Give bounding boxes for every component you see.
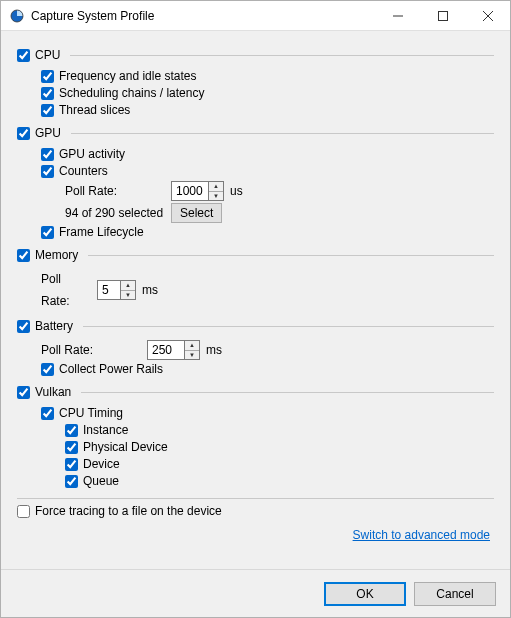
minimize-icon	[393, 11, 403, 21]
battery-rails-checkbox[interactable]: Collect Power Rails	[41, 361, 494, 378]
cpu-rule	[70, 55, 494, 56]
gpu-poll-spinner[interactable]: ▲ ▼	[171, 181, 224, 201]
gpu-select-row: 94 of 290 selected Select	[65, 202, 494, 224]
advanced-mode-link[interactable]: Switch to advanced mode	[353, 528, 490, 542]
cpu-sched-label: Scheduling chains / latency	[59, 85, 204, 102]
gpu-poll-spin-buttons[interactable]: ▲ ▼	[208, 182, 223, 200]
gpu-poll-input[interactable]	[172, 182, 208, 200]
gpu-label: GPU	[35, 125, 61, 142]
vulkan-checkbox[interactable]: Vulkan	[17, 384, 77, 401]
vulkan-section-head: Vulkan	[17, 384, 494, 401]
battery-poll-input[interactable]	[148, 341, 184, 359]
gpu-activity-input[interactable]	[41, 148, 54, 161]
battery-poll-row: Poll Rate: ▲ ▼ ms	[41, 339, 494, 361]
vulkan-device-input[interactable]	[65, 458, 78, 471]
vulkan-physical-label: Physical Device	[83, 439, 168, 456]
cpu-freq-input[interactable]	[41, 70, 54, 83]
cpu-label: CPU	[35, 47, 60, 64]
gpu-counters-label: Counters	[59, 163, 108, 180]
vulkan-cpu-timing-label: CPU Timing	[59, 405, 123, 422]
gpu-counters-input[interactable]	[41, 165, 54, 178]
battery-rails-label: Collect Power Rails	[59, 361, 163, 378]
cpu-slices-input[interactable]	[41, 104, 54, 117]
battery-rails-input[interactable]	[41, 363, 54, 376]
vulkan-physical-input[interactable]	[65, 441, 78, 454]
gpu-checkbox-input[interactable]	[17, 127, 30, 140]
close-button[interactable]	[465, 1, 510, 30]
cpu-checkbox-input[interactable]	[17, 49, 30, 62]
cpu-freq-checkbox[interactable]: Frequency and idle states	[41, 68, 494, 85]
maximize-button[interactable]	[420, 1, 465, 30]
battery-section-head: Battery	[17, 318, 494, 335]
vulkan-label: Vulkan	[35, 384, 71, 401]
memory-section-head: Memory	[17, 247, 494, 264]
vulkan-queue-checkbox[interactable]: Queue	[65, 473, 494, 490]
window-controls	[375, 1, 510, 30]
battery-checkbox[interactable]: Battery	[17, 318, 79, 335]
app-icon	[9, 8, 25, 24]
spin-down-icon[interactable]: ▼	[121, 291, 135, 300]
cancel-button[interactable]: Cancel	[414, 582, 496, 606]
gpu-activity-checkbox[interactable]: GPU activity	[41, 146, 494, 163]
force-file-input[interactable]	[17, 505, 30, 518]
memory-rule	[88, 255, 494, 256]
svg-rect-2	[438, 11, 447, 20]
battery-checkbox-input[interactable]	[17, 320, 30, 333]
memory-poll-row: Poll Rate: ▲ ▼ ms	[41, 268, 494, 312]
vulkan-instance-input[interactable]	[65, 424, 78, 437]
battery-poll-unit: ms	[206, 339, 222, 361]
vulkan-device-label: Device	[83, 456, 120, 473]
vulkan-cpu-timing-input[interactable]	[41, 407, 54, 420]
cpu-section-head: CPU	[17, 47, 494, 64]
gpu-checkbox[interactable]: GPU	[17, 125, 67, 142]
vulkan-device-checkbox[interactable]: Device	[65, 456, 494, 473]
gpu-counters-checkbox[interactable]: Counters	[41, 163, 494, 180]
force-file-checkbox[interactable]: Force tracing to a file on the device	[17, 503, 494, 520]
gpu-frame-checkbox[interactable]: Frame Lifecycle	[41, 224, 494, 241]
titlebar: Capture System Profile	[1, 1, 510, 31]
cpu-checkbox[interactable]: CPU	[17, 47, 66, 64]
battery-label: Battery	[35, 318, 73, 335]
memory-poll-spin-buttons[interactable]: ▲ ▼	[120, 281, 135, 299]
dialog-window: Capture System Profile CPU Freq	[0, 0, 511, 618]
ok-button[interactable]: OK	[324, 582, 406, 606]
memory-label: Memory	[35, 247, 78, 264]
spin-down-icon[interactable]: ▼	[209, 192, 223, 201]
vulkan-queue-input[interactable]	[65, 475, 78, 488]
battery-poll-spin-buttons[interactable]: ▲ ▼	[184, 341, 199, 359]
gpu-activity-label: GPU activity	[59, 146, 125, 163]
vulkan-physical-checkbox[interactable]: Physical Device	[65, 439, 494, 456]
gpu-frame-label: Frame Lifecycle	[59, 224, 144, 241]
force-file-label: Force tracing to a file on the device	[35, 503, 222, 520]
gpu-section-head: GPU	[17, 125, 494, 142]
memory-checkbox-input[interactable]	[17, 249, 30, 262]
battery-rule	[83, 326, 494, 327]
memory-poll-spinner[interactable]: ▲ ▼	[97, 280, 136, 300]
spin-up-icon[interactable]: ▲	[209, 182, 223, 192]
button-bar: OK Cancel	[1, 569, 510, 617]
cpu-slices-checkbox[interactable]: Thread slices	[41, 102, 494, 119]
gpu-poll-row: Poll Rate: ▲ ▼ us	[65, 180, 494, 202]
vulkan-queue-label: Queue	[83, 473, 119, 490]
vulkan-cpu-timing-checkbox[interactable]: CPU Timing	[41, 405, 494, 422]
spin-down-icon[interactable]: ▼	[185, 351, 199, 360]
vulkan-instance-label: Instance	[83, 422, 128, 439]
minimize-button[interactable]	[375, 1, 420, 30]
spin-up-icon[interactable]: ▲	[121, 281, 135, 291]
vulkan-checkbox-input[interactable]	[17, 386, 30, 399]
separator	[17, 498, 494, 499]
gpu-select-button[interactable]: Select	[171, 203, 222, 223]
spin-up-icon[interactable]: ▲	[185, 341, 199, 351]
gpu-poll-unit: us	[230, 180, 243, 202]
memory-checkbox[interactable]: Memory	[17, 247, 84, 264]
vulkan-instance-checkbox[interactable]: Instance	[65, 422, 494, 439]
battery-poll-spinner[interactable]: ▲ ▼	[147, 340, 200, 360]
memory-poll-input[interactable]	[98, 281, 120, 299]
advanced-mode-row: Switch to advanced mode	[17, 520, 494, 548]
memory-poll-unit: ms	[142, 279, 158, 301]
cpu-sched-checkbox[interactable]: Scheduling chains / latency	[41, 85, 494, 102]
gpu-frame-input[interactable]	[41, 226, 54, 239]
cpu-sched-input[interactable]	[41, 87, 54, 100]
close-icon	[483, 11, 493, 21]
cpu-slices-label: Thread slices	[59, 102, 130, 119]
